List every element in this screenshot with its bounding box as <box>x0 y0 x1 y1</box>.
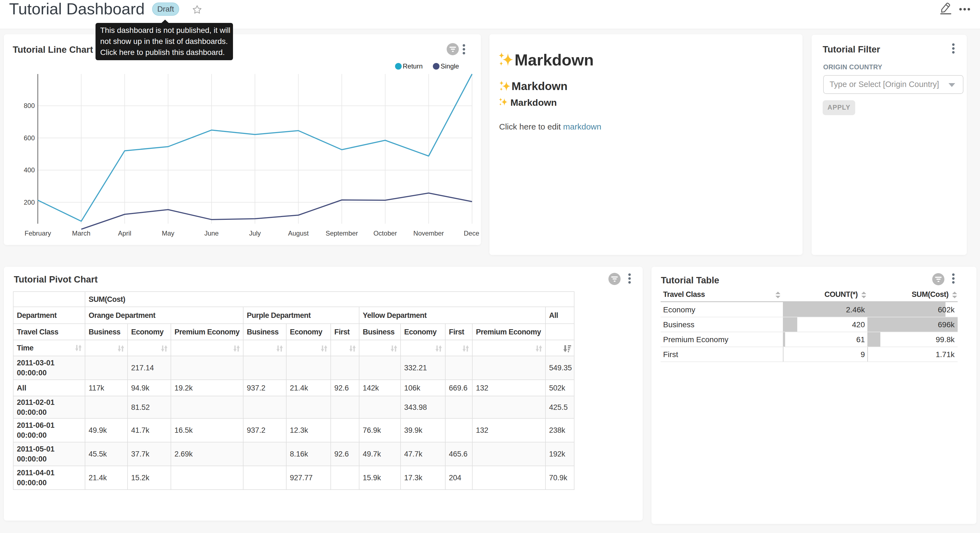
svg-text:200: 200 <box>24 199 35 206</box>
svg-text:800: 800 <box>24 102 35 109</box>
svg-text:February: February <box>25 230 51 237</box>
svg-text:May: May <box>162 230 174 237</box>
svg-text:November: November <box>413 230 444 237</box>
svg-text:600: 600 <box>24 134 35 142</box>
svg-text:October: October <box>374 230 397 237</box>
svg-text:400: 400 <box>24 166 35 174</box>
svg-text:March: March <box>72 230 91 237</box>
svg-text:July: July <box>249 230 261 237</box>
svg-text:August: August <box>288 230 309 237</box>
svg-text:Single: Single <box>441 62 459 70</box>
svg-text:Return: Return <box>403 62 423 70</box>
svg-text:June: June <box>204 230 219 237</box>
svg-text:Dece: Dece <box>464 230 479 237</box>
svg-text:September: September <box>326 230 358 237</box>
svg-text:April: April <box>118 230 131 237</box>
